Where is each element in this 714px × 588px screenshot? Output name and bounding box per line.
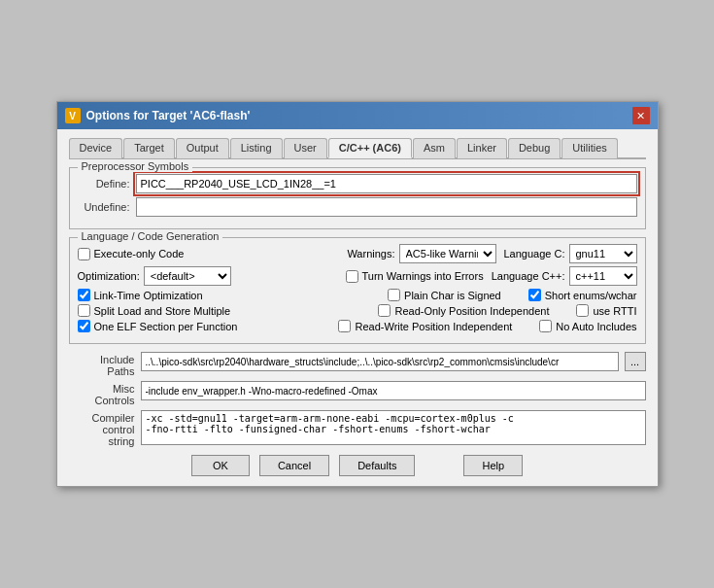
one-elf-row: One ELF Section per Function xyxy=(78,320,238,332)
short-enums-checkbox[interactable] xyxy=(528,289,541,301)
execute-only-checkbox[interactable] xyxy=(78,248,90,260)
main-dialog: V Options for Target 'AC6-flash' ✕ Devic… xyxy=(56,101,659,487)
plain-char-checkbox[interactable] xyxy=(388,289,400,301)
use-rtti-row: use RTTI xyxy=(576,304,636,317)
execute-only-row: Execute-only Code xyxy=(78,248,185,260)
tab-utilities[interactable]: Utilities xyxy=(561,138,617,158)
lang-row-3: Link-Time Optimization Plain Char is Sig… xyxy=(78,289,637,301)
warnings-select[interactable]: AC5-like Warnings xyxy=(399,244,496,263)
use-rtti-checkbox[interactable] xyxy=(576,304,589,317)
tab-output[interactable]: Output xyxy=(176,138,229,158)
close-button[interactable]: ✕ xyxy=(632,107,650,124)
execute-only-label: Execute-only Code xyxy=(94,248,185,259)
turn-warnings-row: Turn Warnings into Errors xyxy=(346,270,484,283)
one-elf-label: One ELF Section per Function xyxy=(94,321,238,332)
turn-warnings-label: Turn Warnings into Errors xyxy=(362,270,484,282)
tab-linker[interactable]: Linker xyxy=(457,138,507,158)
tab-target[interactable]: Target xyxy=(123,138,175,158)
language-cpp-label: Language C++: xyxy=(492,270,565,282)
define-row: Define: xyxy=(78,174,637,193)
misc-controls-input[interactable] xyxy=(141,381,646,400)
tab-user[interactable]: User xyxy=(284,138,327,158)
bottom-buttons: OK Cancel Defaults Help xyxy=(69,455,646,476)
tab-asm[interactable]: Asm xyxy=(413,138,456,158)
one-elf-checkbox[interactable] xyxy=(78,320,90,332)
help-button[interactable]: Help xyxy=(463,455,523,476)
tab-device[interactable]: Device xyxy=(69,138,123,158)
title-bar-left: V Options for Target 'AC6-flash' xyxy=(65,108,251,123)
language-c-label: Language C: xyxy=(504,248,565,259)
no-auto-includes-checkbox[interactable] xyxy=(539,320,552,332)
split-load-checkbox[interactable] xyxy=(78,304,90,317)
include-paths-browse-button[interactable]: ... xyxy=(625,352,646,371)
readwrite-pos-checkbox[interactable] xyxy=(338,320,351,332)
warnings-row: Warnings: AC5-like Warnings xyxy=(347,244,495,263)
optimization-select[interactable]: <default> xyxy=(144,266,231,286)
compiler-control-label: Compilercontrolstring xyxy=(69,410,135,447)
include-paths-label: IncludePaths xyxy=(69,352,135,377)
lang-row-1: Execute-only Code Warnings: AC5-like War… xyxy=(78,244,637,263)
cancel-button[interactable]: Cancel xyxy=(259,455,329,476)
misc-controls-row: MiscControls xyxy=(69,381,646,406)
dialog-title: Options for Target 'AC6-flash' xyxy=(86,109,251,122)
short-enums-row: Short enums/wchar xyxy=(528,289,637,301)
no-auto-includes-label: No Auto Includes xyxy=(556,321,636,332)
warnings-label: Warnings: xyxy=(347,248,394,259)
link-time-row: Link-Time Optimization xyxy=(78,289,203,301)
tab-bar: Device Target Output Listing User C/C++ … xyxy=(69,137,646,159)
link-time-checkbox[interactable] xyxy=(78,289,90,301)
readwrite-pos-row: Read-Write Position Independent xyxy=(338,320,512,332)
language-group-label: Language / Code Generation xyxy=(78,230,223,242)
preprocessor-group: Preprocessor Symbols Define: Undefine: xyxy=(69,167,646,229)
define-label: Define: xyxy=(78,178,130,190)
misc-controls-label: MiscControls xyxy=(69,381,135,406)
undefine-row: Undefine: xyxy=(78,197,637,217)
link-time-label: Link-Time Optimization xyxy=(94,290,203,301)
lang-row-4: Split Load and Store Multiple Read-Only … xyxy=(78,304,637,317)
readonly-pos-label: Read-Only Position Independent xyxy=(394,305,549,317)
language-group: Language / Code Generation Execute-only … xyxy=(69,237,646,344)
title-bar: V Options for Target 'AC6-flash' ✕ xyxy=(57,102,658,129)
lang-row-2: Optimization: <default> Turn Warnings in… xyxy=(78,266,637,286)
lang-row-5: One ELF Section per Function Read-Write … xyxy=(78,320,637,332)
short-enums-label: Short enums/wchar xyxy=(545,290,637,301)
tab-debug[interactable]: Debug xyxy=(508,138,561,158)
tab-cplusplus[interactable]: C/C++ (AC6) xyxy=(328,138,412,158)
include-paths-row: IncludePaths ... xyxy=(69,352,646,377)
language-c-row: Language C: gnu11 xyxy=(504,244,637,263)
optimization-row: Optimization: <default> xyxy=(78,266,231,286)
app-icon: V xyxy=(65,108,81,123)
plain-char-label: Plain Char is Signed xyxy=(404,290,501,301)
tab-listing[interactable]: Listing xyxy=(230,138,283,158)
optimization-label: Optimization: xyxy=(78,270,140,282)
undefine-label: Undefine: xyxy=(78,201,130,213)
readwrite-pos-label: Read-Write Position Independent xyxy=(355,321,512,332)
language-c-select[interactable]: gnu11 xyxy=(569,244,637,263)
use-rtti-label: use RTTI xyxy=(593,305,636,317)
define-input[interactable] xyxy=(136,174,637,193)
compiler-control-input[interactable]: -xc -std=gnu11 -target=arm-arm-none-eabi… xyxy=(141,410,646,445)
readonly-pos-checkbox[interactable] xyxy=(378,304,391,317)
split-load-row: Split Load and Store Multiple xyxy=(78,304,231,317)
include-paths-input[interactable] xyxy=(141,352,619,371)
defaults-button[interactable]: Defaults xyxy=(339,455,415,476)
ok-button[interactable]: OK xyxy=(191,455,250,476)
readonly-pos-row: Read-Only Position Independent xyxy=(378,304,549,317)
language-cpp-select[interactable]: c++11 xyxy=(569,266,637,286)
preprocessor-group-label: Preprocessor Symbols xyxy=(78,160,193,172)
no-auto-includes-row: No Auto Includes xyxy=(539,320,636,332)
plain-char-row: Plain Char is Signed xyxy=(388,289,501,301)
language-cpp-row: Language C++: c++11 xyxy=(492,266,637,286)
turn-warnings-checkbox[interactable] xyxy=(346,270,358,283)
compiler-control-row: Compilercontrolstring -xc -std=gnu11 -ta… xyxy=(69,410,646,447)
split-load-label: Split Load and Store Multiple xyxy=(94,305,231,317)
undefine-input[interactable] xyxy=(136,197,637,217)
dialog-body: Device Target Output Listing User C/C++ … xyxy=(57,129,658,486)
